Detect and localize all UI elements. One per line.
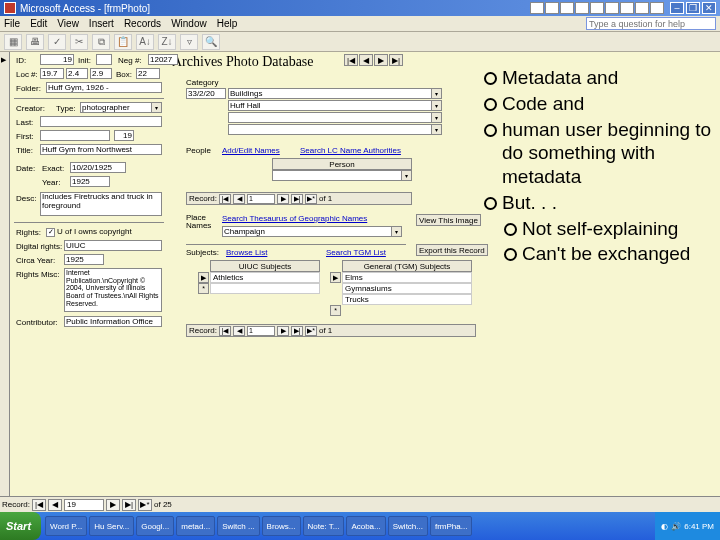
circayear-field[interactable]: 1925 xyxy=(64,254,104,265)
nav-last-icon[interactable]: ▶| xyxy=(291,194,303,204)
people-rec-input[interactable] xyxy=(247,194,275,204)
task-button[interactable]: Switch ... xyxy=(217,516,259,536)
task-button[interactable]: Brows... xyxy=(262,516,301,536)
filter-icon[interactable]: ▿ xyxy=(180,34,198,50)
rowsel-icon[interactable]: * xyxy=(330,305,341,316)
spelling-icon[interactable]: ✓ xyxy=(48,34,66,50)
nav-first-icon[interactable]: |◀ xyxy=(344,54,358,66)
tgm-cell[interactable]: Trucks xyxy=(342,294,472,305)
nav-first-icon[interactable]: |◀ xyxy=(32,499,46,511)
ask-input[interactable] xyxy=(586,17,716,30)
nav-last-icon[interactable]: ▶| xyxy=(291,326,303,336)
nav-next-icon[interactable]: ▶ xyxy=(277,194,289,204)
place-dropdown[interactable]: Champaign▾ xyxy=(222,226,402,237)
nav-next-icon[interactable]: ▶ xyxy=(106,499,120,511)
rowsel-icon[interactable]: * xyxy=(198,283,209,294)
cat-row1b[interactable]: Buildings▾ xyxy=(228,88,442,99)
nav-new-icon[interactable]: ▶* xyxy=(138,499,152,511)
mini-icon[interactable]: W xyxy=(560,2,574,14)
menu-help[interactable]: Help xyxy=(217,18,238,29)
mini-icon[interactable]: X xyxy=(545,2,559,14)
addedit-names-link[interactable]: Add/Edit Names xyxy=(222,146,280,155)
rightsmisc-field[interactable]: Internet Publication.\nCopyright © 2004,… xyxy=(64,268,162,312)
sort-asc-icon[interactable]: A↓ xyxy=(136,34,154,50)
menu-edit[interactable]: Edit xyxy=(30,18,47,29)
search-lc-link[interactable]: Search LC Name Authorities xyxy=(300,146,401,155)
restore-button[interactable]: ❐ xyxy=(686,2,700,14)
rowsel-icon[interactable]: ▶ xyxy=(198,272,209,283)
minimize-button[interactable]: – xyxy=(670,2,684,14)
folder-field[interactable]: Huff Gym, 1926 - xyxy=(46,82,162,93)
cat-row3[interactable]: ▾ xyxy=(228,112,442,123)
search-geo-link[interactable]: Search Thesaurus of Geographic Names xyxy=(222,214,367,223)
rowsel-icon[interactable]: ▶ xyxy=(330,272,341,283)
init-field[interactable] xyxy=(96,54,112,65)
cat-row4[interactable]: ▾ xyxy=(228,124,442,135)
menu-window[interactable]: Window xyxy=(171,18,207,29)
nav-prev-icon[interactable]: ◀ xyxy=(359,54,373,66)
uiuc-cell[interactable] xyxy=(210,283,320,294)
mini-icon[interactable]: A xyxy=(530,2,544,14)
nav-next-icon[interactable]: ▶ xyxy=(374,54,388,66)
subj-rec-input[interactable] xyxy=(247,326,275,336)
nav-first-icon[interactable]: |◀ xyxy=(219,194,231,204)
nav-last-icon[interactable]: ▶| xyxy=(389,54,403,66)
search-tgm-link[interactable]: Search TGM List xyxy=(326,248,386,257)
task-button[interactable]: Hu Serv... xyxy=(89,516,134,536)
record-selector[interactable] xyxy=(0,52,10,496)
mini-icon[interactable]: S xyxy=(620,2,634,14)
paste-icon[interactable]: 📋 xyxy=(114,34,132,50)
title-field[interactable]: Huff Gym from Northwest xyxy=(40,144,162,155)
task-button[interactable]: Googl... xyxy=(136,516,174,536)
digitalrights-field[interactable]: UIUC xyxy=(64,240,162,251)
task-button[interactable]: metad... xyxy=(176,516,215,536)
task-button[interactable]: Switch... xyxy=(388,516,428,536)
loc3-field[interactable]: 2.9 xyxy=(90,68,112,79)
person-dropdown[interactable]: ▾ xyxy=(272,170,412,181)
menu-records[interactable]: Records xyxy=(124,18,161,29)
task-button[interactable]: frmPha... xyxy=(430,516,472,536)
tray-icon[interactable]: ◐ xyxy=(661,522,668,531)
mini-icon[interactable]: ✓ xyxy=(575,2,589,14)
nav-prev-icon[interactable]: ◀ xyxy=(48,499,62,511)
cut-icon[interactable]: ✂ xyxy=(70,34,88,50)
first-num-field[interactable]: 19 xyxy=(114,130,134,141)
nav-prev-icon[interactable]: ◀ xyxy=(233,326,245,336)
nav-new-icon[interactable]: ▶* xyxy=(305,326,317,336)
cat-row2[interactable]: Huff Hall▾ xyxy=(228,100,442,111)
creator-type-dropdown[interactable]: photographer▾ xyxy=(80,102,162,113)
print-icon[interactable]: 🖶 xyxy=(26,34,44,50)
export-record-button[interactable]: Export this Record xyxy=(416,244,488,256)
view-image-button[interactable]: View This Image xyxy=(416,214,481,226)
last-field[interactable] xyxy=(40,116,162,127)
find-icon[interactable]: 🔍 xyxy=(202,34,220,50)
mini-icon[interactable]: A xyxy=(650,2,664,14)
mini-icon[interactable]: N xyxy=(590,2,604,14)
neg-field[interactable]: 12027 xyxy=(148,54,178,65)
menu-insert[interactable]: Insert xyxy=(89,18,114,29)
cat-row1a[interactable]: 33/2/20 xyxy=(186,88,226,99)
first-field[interactable] xyxy=(40,130,110,141)
exact-field[interactable]: 10/20/1925 xyxy=(70,162,126,173)
record-number-input[interactable] xyxy=(64,499,104,511)
mini-icon[interactable]: P xyxy=(605,2,619,14)
loc1-field[interactable]: 19.7 xyxy=(40,68,64,79)
contributor-field[interactable]: Public Information Office xyxy=(64,316,162,327)
browse-list-link[interactable]: Browse List xyxy=(226,248,267,257)
loc2-field[interactable]: 2.4 xyxy=(66,68,88,79)
nav-new-icon[interactable]: ▶* xyxy=(305,194,317,204)
menu-file[interactable]: File xyxy=(4,18,20,29)
tgm-cell[interactable]: Gymnasiums xyxy=(342,283,472,294)
tgm-cell[interactable]: Elms xyxy=(342,272,472,283)
tray-icon[interactable]: 🔊 xyxy=(671,522,681,531)
uiuc-cell[interactable]: Athletics xyxy=(210,272,320,283)
mini-icon[interactable]: ✎ xyxy=(635,2,649,14)
sort-desc-icon[interactable]: Z↓ xyxy=(158,34,176,50)
nav-prev-icon[interactable]: ◀ xyxy=(233,194,245,204)
task-button[interactable]: Word P... xyxy=(45,516,87,536)
desc-field[interactable]: Includes Firetrucks and truck in foregro… xyxy=(40,192,162,216)
copy-icon[interactable]: ⧉ xyxy=(92,34,110,50)
year-field[interactable]: 1925 xyxy=(70,176,110,187)
id-field[interactable]: 19 xyxy=(40,54,74,65)
rights-checkbox[interactable]: ✓U of I owns copyright xyxy=(46,227,132,237)
